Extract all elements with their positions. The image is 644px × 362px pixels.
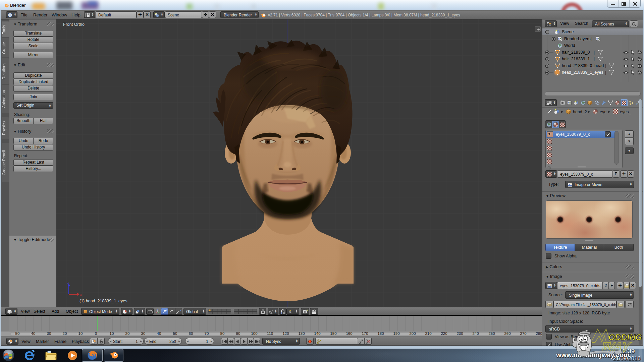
svg-text:x: x <box>80 293 82 296</box>
svg-text:✦: ✦ <box>307 309 308 311</box>
svg-text:z: z <box>67 281 69 284</box>
svg-text:i: i <box>10 13 11 17</box>
